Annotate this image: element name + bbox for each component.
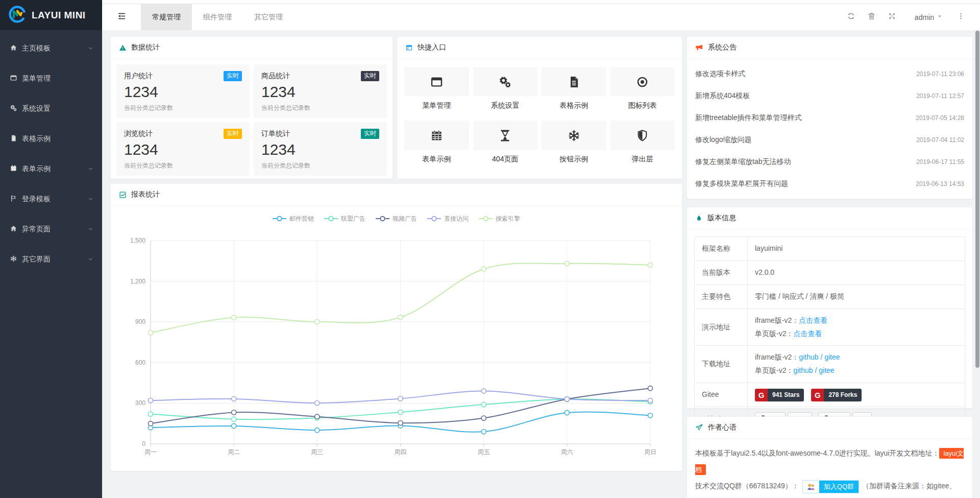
legend-item[interactable]: 直接访问 <box>427 215 469 223</box>
sidebar-item-label: 表单示例 <box>22 164 87 174</box>
stat-card: 商品统计 实时 1234 当前分类总记录数 <box>254 64 387 118</box>
notice-item[interactable]: 修复多模块菜单栏展开有问题 2019-06-13 14:53 <box>695 173 964 195</box>
clear-cache-button[interactable] <box>862 4 882 30</box>
calendar-icon <box>10 164 17 174</box>
quick-entry[interactable]: 表单示例 <box>404 121 469 164</box>
line-chart: 03006009001,2001,500周一周二周三周四周五周六周日 <box>111 224 682 465</box>
svg-text:周五: 周五 <box>478 448 490 456</box>
version-label: 框架名称 <box>695 237 748 261</box>
stat-desc: 当前分类总记录数 <box>124 104 242 112</box>
sidebar-item[interactable]: 主页模板 <box>0 33 102 63</box>
join-qq-group-button[interactable]: 加入QQ群 <box>802 480 859 493</box>
status-badge: 实时 <box>224 129 242 139</box>
gitee-badge[interactable]: G941 Stars <box>755 389 804 401</box>
sidebar-item[interactable]: 系统设置 <box>0 93 102 124</box>
quick-entry-label: 按钮示例 <box>542 155 606 164</box>
author-panel-header: 作者心语 <box>687 417 972 439</box>
stat-card: 浏览统计 实时 1234 当前分类总记录数 <box>116 122 250 176</box>
tab-bar: 常规管理组件管理其它管理 <box>141 4 294 30</box>
notice-item[interactable]: 修改选项卡样式 2019-07-11 23:06 <box>695 63 964 85</box>
stat-card: 用户统计 实时 1234 当前分类总记录数 <box>116 64 250 118</box>
panel-title: 报表统计 <box>131 190 160 199</box>
link[interactable]: github <box>793 366 813 374</box>
chevron-down-icon <box>87 226 94 232</box>
fullscreen-button[interactable] <box>882 4 902 30</box>
link[interactable]: 点击查看 <box>799 316 827 324</box>
status-badge: 实时 <box>224 71 242 81</box>
quick-entry[interactable]: 表格示例 <box>542 67 606 110</box>
sidebar-menu: 主页模板 菜单管理 系统设置 表格示例 表单示例 登录模板 异常页面 其它界面 <box>0 30 102 274</box>
notice-item[interactable]: 新增treetable插件和菜单管理样式 2019-07-05 14:28 <box>695 107 964 129</box>
refresh-button[interactable] <box>841 4 862 30</box>
notice-text: 修复左侧菜单缩放tab无法移动 <box>695 157 791 167</box>
legend-item[interactable]: 邮件营销 <box>273 215 314 223</box>
link[interactable]: gitee <box>819 366 834 374</box>
quick-entry-label: 弹出层 <box>610 155 675 164</box>
layui-logo-icon <box>8 5 27 26</box>
quick-entry[interactable]: 菜单管理 <box>404 67 469 110</box>
tab[interactable]: 组件管理 <box>192 4 243 30</box>
legend-label: 邮件营销 <box>289 215 314 223</box>
scrollbar-thumb[interactable] <box>975 31 979 368</box>
link[interactable]: github <box>799 353 818 361</box>
username: admin <box>915 13 934 21</box>
report-panel-header: 报表统计 <box>111 184 682 206</box>
chart-legend: 邮件营销 联盟广告 视频广告 直接访问 搜索引擎 <box>111 206 682 224</box>
sidebar: LAYUI MINI 主页模板 菜单管理 系统设置 表格示例 表单示例 登录模板… <box>0 0 102 498</box>
sidebar-item[interactable]: 表单示例 <box>0 154 102 184</box>
legend-item[interactable]: 联盟广告 <box>324 215 365 223</box>
window-blue-icon <box>405 44 413 52</box>
quick-entry-grid: 菜单管理 系统设置 表格示例 图标列表 表单示例 404页面 按钮示例 弹出层 <box>397 59 682 172</box>
notice-text: 修改选项卡样式 <box>695 69 745 79</box>
sidebar-item[interactable]: 其它界面 <box>0 244 102 274</box>
stat-value: 1234 <box>261 83 379 101</box>
link[interactable]: gitee <box>824 353 840 361</box>
top-strip <box>102 0 980 4</box>
quick-entry[interactable]: 弹出层 <box>610 121 675 164</box>
quick-entry[interactable]: 系统设置 <box>473 67 538 110</box>
sidebar-item[interactable]: 表格示例 <box>0 124 102 154</box>
fullscreen-icon <box>888 12 896 22</box>
notice-list: 修改选项卡样式 2019-07-11 23:06 新增系统404模板 2019-… <box>687 59 972 199</box>
notice-item[interactable]: 修复左侧菜单缩放tab无法移动 2019-06-17 11:55 <box>695 151 964 173</box>
more-menu-button[interactable] <box>950 4 971 30</box>
qq-people-icon <box>803 481 819 493</box>
notice-item[interactable]: 新增系统404模板 2019-07-11 12:57 <box>695 85 964 107</box>
sidebar-item[interactable]: 异常页面 <box>0 214 102 244</box>
quick-entry[interactable]: 按钮示例 <box>542 121 606 164</box>
chevron-down-icon <box>87 165 94 172</box>
report-chart-panel: 报表统计 邮件营销 联盟广告 视频广告 直接访问 搜索引擎 0300600900… <box>110 183 682 471</box>
chevron-down-icon <box>87 196 94 202</box>
sidebar-item[interactable]: 菜单管理 <box>0 63 102 93</box>
window-icon <box>10 74 17 83</box>
stats-panel: 数据统计 用户统计 实时 1234 当前分类总记录数 商品统计 实时 1234 … <box>110 36 393 179</box>
quick-entry[interactable]: 图标列表 <box>610 67 675 110</box>
line-chart-icon <box>119 191 127 199</box>
legend-item[interactable]: 搜索引擎 <box>479 215 520 223</box>
gitee-badge[interactable]: G278 Forks <box>811 389 862 401</box>
notice-date: 2019-07-11 23:06 <box>916 70 964 78</box>
refresh-icon <box>847 12 855 22</box>
stat-desc: 当前分类总记录数 <box>261 161 379 170</box>
notice-text: 新增系统404模板 <box>695 91 750 101</box>
notice-date: 2019-07-11 12:57 <box>916 92 964 100</box>
legend-item[interactable]: 视频广告 <box>376 215 417 223</box>
quick-entry-label: 系统设置 <box>473 101 538 110</box>
tab[interactable]: 其它管理 <box>243 4 294 30</box>
svg-text:0: 0 <box>142 440 145 447</box>
flag-icon <box>10 195 17 204</box>
author-text: 本模板基于layui2.5.4以及font-awesome-4.7.0进行实现。… <box>687 439 972 498</box>
app-logo[interactable]: LAYUI MINI <box>0 0 102 30</box>
quick-entry[interactable]: 404页面 <box>473 121 538 164</box>
user-dropdown[interactable]: admin <box>902 4 950 30</box>
version-label: Gitee <box>695 383 748 407</box>
link[interactable]: 点击查看 <box>793 329 822 338</box>
menu-toggle-button[interactable] <box>102 4 141 30</box>
home-icon <box>10 225 17 234</box>
page-scrollbar[interactable] <box>975 31 979 498</box>
notice-item[interactable]: 修改logo缩放问题 2019-07-04 11:02 <box>695 129 964 151</box>
sidebar-item[interactable]: 登录模板 <box>0 184 102 214</box>
version-row: GiteeG941 StarsG278 Forks <box>695 383 965 407</box>
panel-title: 系统公告 <box>708 43 737 52</box>
tab[interactable]: 常规管理 <box>141 4 192 30</box>
